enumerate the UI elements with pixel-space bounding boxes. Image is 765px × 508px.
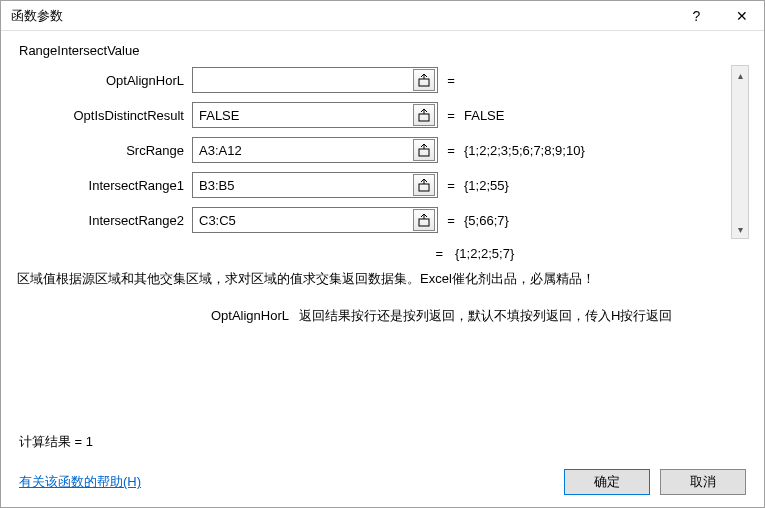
param-label: OptIsDistinctResult	[16, 108, 192, 123]
function-help-link[interactable]: 有关该函数的帮助(H)	[19, 473, 141, 491]
param-input-optisdistinctresult[interactable]	[193, 103, 413, 127]
svg-rect-1	[419, 114, 429, 121]
param-input-wrap	[192, 102, 438, 128]
range-picker-icon[interactable]	[413, 174, 435, 196]
function-name: RangeIntersectValue	[15, 41, 750, 64]
equals-sign: =	[438, 213, 464, 228]
calc-value: 1	[86, 434, 93, 449]
param-input-wrap	[192, 172, 438, 198]
range-picker-icon[interactable]	[413, 69, 435, 91]
help-icon[interactable]: ?	[674, 1, 719, 30]
svg-rect-4	[419, 219, 429, 226]
param-row: IntersectRange2 = {5;66;7}	[16, 207, 721, 233]
cancel-button[interactable]: 取消	[660, 469, 746, 495]
equals-sign: =	[438, 178, 464, 193]
param-input-optalignhorl[interactable]	[193, 68, 413, 92]
close-icon[interactable]: ✕	[719, 1, 764, 30]
overall-equals: =	[15, 246, 455, 261]
param-row: IntersectRange1 = {1;2;55}	[16, 172, 721, 198]
dialog-body: RangeIntersectValue OptAlignHorL = OptIs…	[1, 31, 764, 507]
parameter-area: OptAlignHorL = OptIsDistinctResult	[15, 64, 750, 240]
titlebar: 函数参数 ? ✕	[1, 1, 764, 31]
equals-sign: =	[438, 143, 464, 158]
svg-rect-2	[419, 149, 429, 156]
argument-help: OptAlignHorL返回结果按行还是按列返回，默认不填按列返回，传入H按行返…	[15, 293, 750, 335]
range-picker-icon[interactable]	[413, 209, 435, 231]
param-label: SrcRange	[16, 143, 192, 158]
argument-help-text: 返回结果按行还是按列返回，默认不填按列返回，传入H按行返回	[299, 308, 672, 323]
param-result: {1;2;2;3;5;6;7;8;9;10}	[464, 143, 721, 158]
function-description: 区域值根据源区域和其他交集区域，求对区域的值求交集返回数据集。Excel催化剂出…	[15, 263, 750, 293]
scroll-up-icon[interactable]: ▴	[732, 66, 748, 84]
calc-result-line: 计算结果 = 1	[15, 423, 750, 461]
param-label: OptAlignHorL	[16, 73, 192, 88]
parameter-rows: OptAlignHorL = OptIsDistinctResult	[16, 65, 725, 239]
param-input-wrap	[192, 207, 438, 233]
param-row: OptIsDistinctResult = FALSE	[16, 102, 721, 128]
param-row: SrcRange = {1;2;2;3;5;6;7;8;9;10}	[16, 137, 721, 163]
svg-rect-3	[419, 184, 429, 191]
window-controls: ? ✕	[674, 1, 764, 30]
scroll-down-icon[interactable]: ▾	[732, 220, 748, 238]
calc-label: 计算结果 =	[19, 434, 86, 449]
param-result: {5;66;7}	[464, 213, 721, 228]
overall-result-line: = {1;2;2;5;7}	[15, 240, 750, 263]
svg-rect-0	[419, 79, 429, 86]
param-input-srcrange[interactable]	[193, 138, 413, 162]
dialog-bottom: 计算结果 = 1 有关该函数的帮助(H) 确定 取消	[15, 423, 750, 507]
param-label: IntersectRange1	[16, 178, 192, 193]
overall-result: {1;2;2;5;7}	[455, 246, 514, 261]
param-result: {1;2;55}	[464, 178, 721, 193]
param-label: IntersectRange2	[16, 213, 192, 228]
equals-sign: =	[438, 73, 464, 88]
dialog-footer: 有关该函数的帮助(H) 确定 取消	[15, 461, 750, 507]
param-input-wrap	[192, 67, 438, 93]
window-title: 函数参数	[1, 7, 63, 25]
ok-button[interactable]: 确定	[564, 469, 650, 495]
parameter-scrollbar[interactable]: ▴ ▾	[731, 65, 749, 239]
range-picker-icon[interactable]	[413, 139, 435, 161]
range-picker-icon[interactable]	[413, 104, 435, 126]
param-input-intersectrange1[interactable]	[193, 173, 413, 197]
argument-help-name: OptAlignHorL	[19, 308, 299, 323]
param-input-intersectrange2[interactable]	[193, 208, 413, 232]
param-result: FALSE	[464, 108, 721, 123]
param-row: OptAlignHorL =	[16, 67, 721, 93]
equals-sign: =	[438, 108, 464, 123]
param-input-wrap	[192, 137, 438, 163]
dialog-window: 函数参数 ? ✕ RangeIntersectValue OptAlignHor…	[0, 0, 765, 508]
